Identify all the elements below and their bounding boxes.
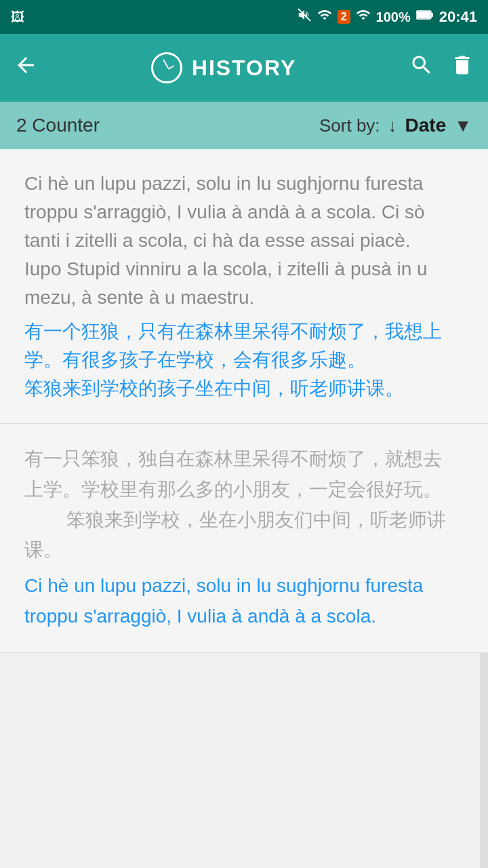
sort-direction-icon[interactable]: ↓ [388, 115, 397, 136]
clock-icon [151, 52, 182, 83]
status-bar-left: 🖼 [11, 9, 24, 25]
battery-icon [416, 7, 434, 26]
signal-icon [356, 7, 371, 26]
sort-value: Date [405, 115, 447, 136]
image-icon: 🖼 [11, 9, 24, 25]
list-item[interactable]: Ci hè un lupu pazzi, solu in lu sughjorn… [0, 149, 488, 424]
app-bar-center: HISTORY [151, 52, 296, 83]
content-area: Ci hè un lupu pazzi, solu in lu sughjorn… [0, 149, 488, 653]
status-bar: 🖼 2 100% 20:41 [0, 0, 488, 34]
counter-label: 2 Counter [16, 115, 100, 136]
svg-rect-2 [417, 12, 430, 18]
app-bar: HISTORY [0, 34, 488, 102]
card-gray-text: Ci hè un lupu pazzi, solu in lu sughjorn… [24, 170, 455, 312]
sort-by-label: Sort by: [319, 115, 380, 136]
app-bar-title: HISTORY [192, 56, 296, 81]
sort-dropdown-icon[interactable]: ▼ [454, 115, 472, 136]
sim-badge: 2 [338, 10, 350, 24]
card-gray-text-cn: 有一只笨狼，独自在森林里呆得不耐烦了，就想去上学。学校里有那么多的小朋友，一定会… [24, 444, 455, 566]
search-button[interactable] [409, 53, 434, 83]
battery-text: 100% [376, 9, 411, 25]
wifi-icon [317, 7, 332, 26]
delete-button[interactable] [450, 53, 474, 83]
card-blue-text: 有一个狂狼，只有在森林里呆得不耐烦了，我想上学。有很多孩子在学校，会有很多乐趣。… [24, 317, 455, 403]
svg-rect-3 [431, 13, 433, 17]
time: 20:41 [439, 8, 477, 26]
status-bar-right: 2 100% 20:41 [297, 7, 477, 26]
mute-icon [297, 7, 312, 26]
back-button[interactable] [14, 53, 38, 83]
sort-bar: 2 Counter Sort by: ↓ Date ▼ [0, 102, 488, 149]
sort-controls[interactable]: Sort by: ↓ Date ▼ [319, 115, 472, 136]
card-blue-text-cn: Ci hè un lupu pazzi, solu in lu sughjorn… [24, 571, 455, 632]
list-item[interactable]: 有一只笨狼，独自在森林里呆得不耐烦了，就想去上学。学校里有那么多的小朋友，一定会… [0, 424, 488, 653]
